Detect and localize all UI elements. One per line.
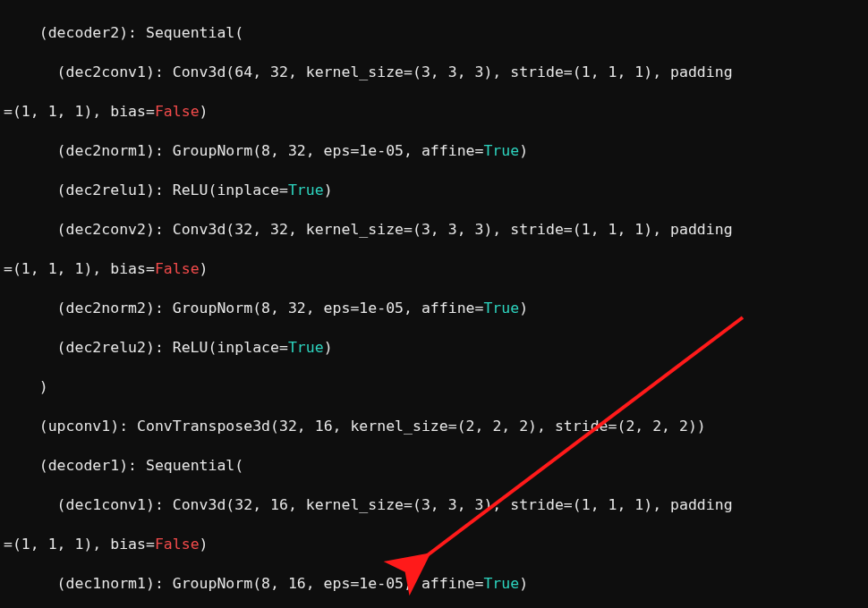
model-line: (dec1conv1): Conv3d(32, 16, kernel_size=… — [4, 495, 864, 515]
model-line: (dec2relu1): ReLU(inplace=True) — [4, 181, 864, 200]
model-line: (upconv1): ConvTranspose3d(32, 16, kerne… — [4, 417, 864, 436]
model-line: (decoder1): Sequential( — [4, 456, 864, 476]
model-line: (dec1norm1): GroupNorm(8, 16, eps=1e-05,… — [4, 574, 864, 594]
model-line: =(1, 1, 1), bias=False) — [4, 102, 864, 122]
model-line: (dec2relu2): ReLU(inplace=True) — [4, 338, 864, 358]
model-line: (dec2conv1): Conv3d(64, 32, kernel_size=… — [4, 63, 864, 82]
model-line: =(1, 1, 1), bias=False) — [4, 259, 864, 279]
model-line: (dec2conv2): Conv3d(32, 32, kernel_size=… — [4, 220, 864, 240]
terminal-output: (decoder2): Sequential( (dec2conv1): Con… — [0, 0, 868, 608]
model-line: (dec2norm2): GroupNorm(8, 32, eps=1e-05,… — [4, 299, 864, 318]
model-line: =(1, 1, 1), bias=False) — [4, 535, 864, 554]
model-line: (decoder2): Sequential( — [4, 23, 864, 43]
model-line: (dec2norm1): GroupNorm(8, 32, eps=1e-05,… — [4, 141, 864, 161]
model-line: ) — [4, 377, 864, 397]
